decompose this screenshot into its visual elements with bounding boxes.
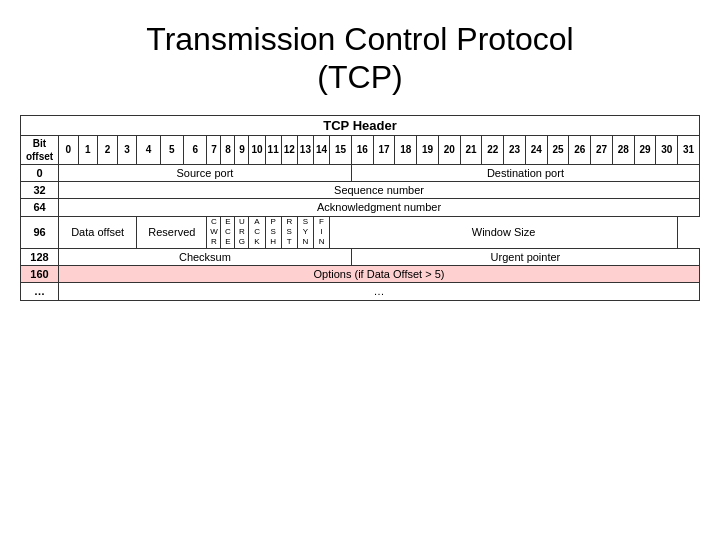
bit-4: 4 bbox=[137, 135, 160, 164]
bit-20: 20 bbox=[438, 135, 460, 164]
bit-5: 5 bbox=[160, 135, 183, 164]
bit-8: 8 bbox=[221, 135, 235, 164]
ack-num-cell: Acknowledgment number bbox=[59, 199, 700, 216]
bit-29: 29 bbox=[634, 135, 656, 164]
bit-19: 19 bbox=[417, 135, 439, 164]
bit-28: 28 bbox=[612, 135, 634, 164]
bit-15: 15 bbox=[330, 135, 352, 164]
bit-27: 27 bbox=[591, 135, 613, 164]
bit-9: 9 bbox=[235, 135, 249, 164]
dots-cell: … bbox=[59, 283, 700, 300]
flag-ack: A C K bbox=[249, 216, 265, 248]
bit-30: 30 bbox=[656, 135, 678, 164]
table-row: 0 Source port Destination port bbox=[21, 164, 700, 181]
bit-16: 16 bbox=[351, 135, 373, 164]
bit-18: 18 bbox=[395, 135, 417, 164]
bit-offset-header: Bit offset bbox=[21, 135, 59, 164]
window-size-cell: Window Size bbox=[330, 216, 678, 248]
flag-psh: P S H bbox=[265, 216, 281, 248]
bit-31: 31 bbox=[678, 135, 700, 164]
page: Transmission Control Protocol(TCP) TCP H… bbox=[0, 0, 720, 540]
tcp-header-label: TCP Header bbox=[20, 115, 700, 135]
options-cell: Options (if Data Offset > 5) bbox=[59, 266, 700, 283]
table-row: … … bbox=[21, 283, 700, 300]
bit-6: 6 bbox=[184, 135, 207, 164]
bit-22: 22 bbox=[482, 135, 504, 164]
bit-26: 26 bbox=[569, 135, 591, 164]
bit-3: 3 bbox=[117, 135, 137, 164]
bit-12: 12 bbox=[281, 135, 297, 164]
bit-21: 21 bbox=[460, 135, 482, 164]
offset-128: 128 bbox=[21, 248, 59, 265]
bit-10: 10 bbox=[249, 135, 265, 164]
flag-fin: F I N bbox=[313, 216, 329, 248]
bit-0: 0 bbox=[59, 135, 79, 164]
offset-96: 96 bbox=[21, 216, 59, 248]
bit-17: 17 bbox=[373, 135, 395, 164]
flag-syn: S Y N bbox=[297, 216, 313, 248]
flag-rst: R S T bbox=[281, 216, 297, 248]
page-title: Transmission Control Protocol(TCP) bbox=[146, 20, 573, 97]
flag-urg: U R G bbox=[235, 216, 249, 248]
table-row: 32 Sequence number bbox=[21, 182, 700, 199]
source-port-cell: Source port bbox=[59, 164, 352, 181]
table-row: 128 Checksum Urgent pointer bbox=[21, 248, 700, 265]
bit-13: 13 bbox=[297, 135, 313, 164]
table-row: 160 Options (if Data Offset > 5) bbox=[21, 266, 700, 283]
bit-11: 11 bbox=[265, 135, 281, 164]
flag-ece: E C E bbox=[221, 216, 235, 248]
offset-0: 0 bbox=[21, 164, 59, 181]
flag-cwr: C W R bbox=[207, 216, 221, 248]
urgent-pointer-cell: Urgent pointer bbox=[351, 248, 699, 265]
bit-7: 7 bbox=[207, 135, 221, 164]
bit-2: 2 bbox=[98, 135, 118, 164]
offset-64: 64 bbox=[21, 199, 59, 216]
table-row: 96 Data offset Reserved C W R E C E U R … bbox=[21, 216, 700, 248]
bit-23: 23 bbox=[504, 135, 526, 164]
seq-num-cell: Sequence number bbox=[59, 182, 700, 199]
table-row: 64 Acknowledgment number bbox=[21, 199, 700, 216]
checksum-cell: Checksum bbox=[59, 248, 352, 265]
offset-dots: … bbox=[21, 283, 59, 300]
reserved-cell: Reserved bbox=[137, 216, 207, 248]
tcp-table: Bit offset 0 1 2 3 4 5 6 7 8 9 10 11 12 … bbox=[20, 135, 700, 301]
data-offset-cell: Data offset bbox=[59, 216, 137, 248]
offset-32: 32 bbox=[21, 182, 59, 199]
offset-160: 160 bbox=[21, 266, 59, 283]
bit-24: 24 bbox=[525, 135, 547, 164]
bit-14: 14 bbox=[313, 135, 329, 164]
bit-25: 25 bbox=[547, 135, 569, 164]
bit-1: 1 bbox=[78, 135, 98, 164]
dest-port-cell: Destination port bbox=[351, 164, 699, 181]
tcp-table-container: TCP Header Bit offset 0 1 2 3 4 5 6 7 8 … bbox=[20, 115, 700, 301]
